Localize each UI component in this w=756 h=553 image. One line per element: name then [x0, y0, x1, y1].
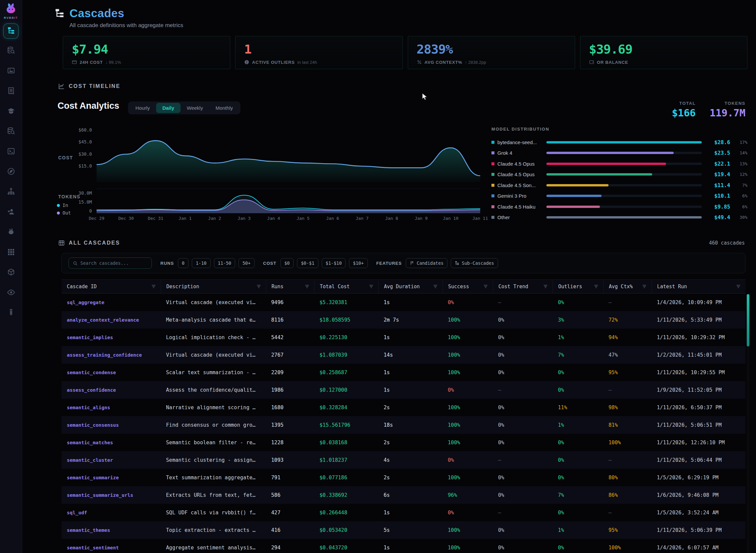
features-chip-sub-cascades[interactable]: Sub-Cascades	[451, 258, 498, 268]
cell-cascade-id[interactable]: semantic_summarize_urls	[62, 486, 161, 504]
stat-label-row: AVG CONTEXT%↑ 2838.2pp	[417, 60, 566, 65]
cascade-icon	[455, 261, 459, 265]
table-row: assess_training_confidenceVirtual cascad…	[62, 346, 745, 364]
cell-total-cost: $0.266448	[314, 504, 378, 521]
filter-icon[interactable]	[256, 284, 261, 289]
runs-chip-11-50[interactable]: 11-50	[214, 258, 235, 268]
sidebar-item-experiments[interactable]	[6, 308, 15, 318]
cell-cascade-id[interactable]: semantic_condense	[62, 364, 161, 381]
tokens-ytick: 30.0M	[78, 190, 92, 196]
table-row: semantic_condenseScalar text summarizati…	[62, 364, 745, 381]
model-bar-track	[546, 152, 702, 154]
cell-cascade-id[interactable]: semantic_implies	[62, 329, 161, 346]
cost-chip--0[interactable]: $0	[280, 258, 294, 268]
sidebar-item-images[interactable]	[6, 66, 15, 76]
cell-cascade-id[interactable]: semantic_themes	[62, 521, 161, 539]
page-header: Cascades All cascade definitions with ag…	[54, 7, 747, 29]
cost-chip--10+[interactable]: $10+	[349, 258, 368, 268]
cost-chip--1-10[interactable]: $1-$10	[322, 258, 346, 268]
sidebar-item-apps[interactable]	[6, 248, 15, 257]
table-row: analyze_context_relevanceMeta-analysis c…	[62, 311, 745, 329]
sidebar-item-audience[interactable]	[6, 208, 15, 217]
cell-success: 0%	[442, 381, 493, 399]
cell-cascade-id[interactable]: assess_confidence	[62, 381, 161, 399]
filter-icon[interactable]	[736, 284, 741, 289]
table-scrollbar[interactable]	[747, 294, 749, 553]
sidebar-item-explore[interactable]	[6, 167, 15, 176]
app-logo[interactable]: RVBBIT	[4, 3, 18, 19]
cell-runs: 1093	[266, 451, 314, 469]
cell-success: 100%	[442, 311, 493, 329]
cell-outliers: 1%	[553, 416, 603, 434]
sidebar-item-packages[interactable]	[6, 268, 15, 277]
cell-avg-ctx: –	[603, 451, 651, 469]
cell-total-cost: $0.258687	[314, 364, 378, 381]
cell-description: Extracts URLs from text, fet…	[161, 486, 266, 504]
filter-icon[interactable]	[543, 284, 548, 289]
cell-description: Aggregate sentiment analysis…	[161, 539, 266, 553]
cell-cost-trend: 0%	[493, 311, 553, 329]
cell-cascade-id[interactable]: semantic_sentiment	[62, 539, 161, 553]
cost-axis-label: COST	[58, 155, 73, 160]
cell-cascade-id[interactable]: analyze_context_relevance	[62, 311, 161, 329]
filter-icon[interactable]	[594, 284, 599, 289]
cost-ytick: $15.0	[78, 163, 92, 169]
tab-monthly[interactable]: Monthly	[209, 103, 239, 113]
table-icon	[58, 240, 65, 246]
tab-daily[interactable]: Daily	[156, 103, 181, 113]
cell-cascade-id[interactable]: assess_training_confidence	[62, 346, 161, 364]
filter-icon[interactable]	[433, 284, 438, 289]
sidebar-item-hierarchy[interactable]	[6, 187, 15, 197]
org-icon	[7, 187, 15, 197]
cell-cascade-id[interactable]: sql_aggregate	[62, 294, 161, 311]
model-cost-value: $10.1	[702, 193, 730, 199]
sidebar-item-cascades[interactable]	[3, 23, 18, 39]
x-tick: Dec 29	[89, 216, 105, 221]
scrollbar-thumb[interactable]	[747, 294, 749, 346]
cell-total-cost: $0.127000	[314, 381, 378, 399]
runs-chip-0[interactable]: 0	[178, 258, 189, 268]
sidebar-item-data-search[interactable]	[6, 46, 15, 56]
sidebar-item-observe[interactable]	[6, 288, 15, 298]
sidebar-item-query-search[interactable]	[6, 127, 15, 136]
sidebar-item-learn[interactable]	[6, 107, 15, 116]
alert-icon	[244, 60, 249, 65]
filter-icon[interactable]	[369, 284, 374, 289]
filter-icon[interactable]	[483, 284, 488, 289]
cell-avg-duration: 1s	[378, 294, 442, 311]
cell-cascade-id[interactable]: semantic_aligns	[62, 399, 161, 416]
sidebar-item-rabbit[interactable]	[6, 228, 15, 237]
runs-chip-1-10[interactable]: 1-10	[192, 258, 211, 268]
cell-avg-ctx: –	[603, 504, 651, 521]
filter-icon[interactable]	[151, 284, 156, 289]
sidebar-item-terminal[interactable]	[6, 147, 15, 156]
stat-card: 1ACTIVE OUTLIERSin last 24h	[235, 36, 403, 69]
sidebar-item-logs[interactable]	[6, 87, 15, 96]
stat-label: ACTIVE OUTLIERS	[252, 60, 295, 65]
cell-latest-run: 1/9/2026, 11:52:05 PM	[651, 381, 745, 399]
filter-icon[interactable]	[304, 284, 310, 289]
model-color-swatch	[491, 216, 494, 219]
stat-label-row: OR BALANCE	[589, 60, 739, 65]
table-row: semantic_summarize_urlsExtracts URLs fro…	[62, 486, 745, 504]
cell-cascade-id[interactable]: semantic_matches	[62, 434, 161, 451]
cost-chip--0-1[interactable]: $0-$1	[297, 258, 319, 268]
cell-success: 96%	[442, 486, 493, 504]
runs-chip-50+[interactable]: 50+	[238, 258, 254, 268]
tokens-legend: InOut	[57, 203, 71, 216]
cell-cascade-id[interactable]: sql_udf	[62, 504, 161, 521]
cell-cascade-id[interactable]: semantic_cluster	[62, 451, 161, 469]
cell-cascade-id[interactable]: semantic_summarize	[62, 469, 161, 486]
x-tick: Jan 2	[208, 216, 221, 221]
tab-hourly[interactable]: Hourly	[129, 103, 156, 113]
column-label: Avg Ctx%	[609, 284, 633, 290]
tab-weekly[interactable]: Weekly	[181, 103, 209, 113]
cell-description: Virtual cascade (executed vi…	[161, 346, 266, 364]
model-bar-track	[546, 173, 702, 175]
filter-icon[interactable]	[642, 284, 647, 289]
cell-cascade-id[interactable]: semantic_consensus	[62, 416, 161, 434]
features-chip-candidates[interactable]: Candidates	[406, 258, 448, 268]
stats-row: $7.9424H COST↓ 99.1%1ACTIVE OUTLIERSin l…	[63, 36, 747, 69]
search-input[interactable]	[80, 260, 147, 266]
stat-value: 1	[244, 42, 394, 57]
